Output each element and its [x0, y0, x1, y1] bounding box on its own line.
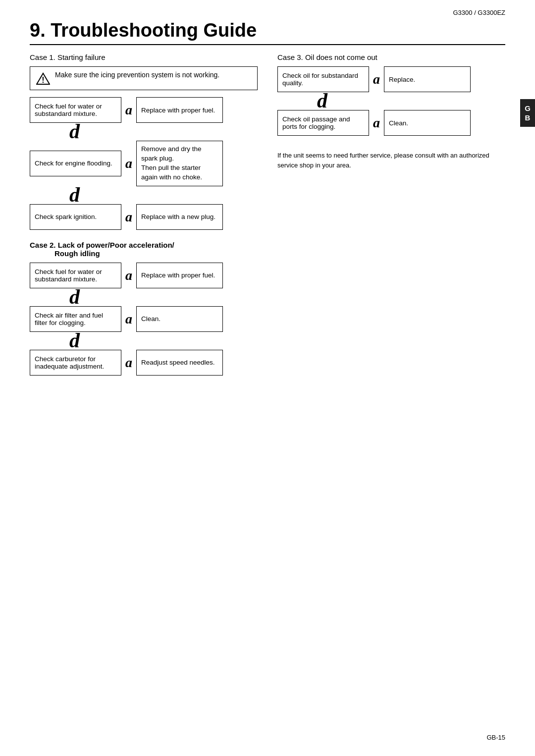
action-box: Readjust speed needles.: [136, 350, 223, 376]
arrow-label: a: [369, 71, 384, 87]
action-box: Replace with proper fuel.: [136, 263, 223, 288]
case1-row3: Check spark ignition. a Replace with a n…: [30, 204, 258, 230]
action-box: Replace.: [384, 66, 471, 92]
warning-icon: !: [36, 72, 50, 86]
down-label: d: [69, 184, 258, 205]
action-box: Clean.: [136, 306, 223, 332]
model-number: G3300 / G3300EZ: [453, 9, 505, 16]
check-box: Check for engine flooding.: [30, 151, 121, 176]
gb-b-label: B: [525, 113, 531, 122]
case3-row2: Check oil passage and ports for clogging…: [277, 110, 505, 136]
arrow-label: a: [121, 102, 136, 118]
action-box: Remove and dry the spark plug.Then pull …: [136, 141, 223, 186]
case3-section: Case 3. Oil does not come out Check oil …: [277, 53, 505, 136]
case2-row1: Check fuel for water or substandard mixt…: [30, 263, 258, 307]
check-box: Check oil passage and ports for clogging…: [277, 110, 369, 136]
check-box: Check spark ignition.: [30, 204, 121, 230]
case2-row2: Check air filter and fuel filter for clo…: [30, 306, 258, 351]
check-box: Check air filter and fuel filter for clo…: [30, 306, 121, 332]
check-box: Check carburetor for inadequate adjustme…: [30, 350, 121, 376]
case3-title: Case 3. Oil does not come out: [277, 53, 505, 61]
right-column: Case 3. Oil does not come out Check oil …: [277, 53, 505, 384]
case1-title: Case 1. Starting failure: [30, 53, 258, 61]
check-box: Check fuel for water or substandard mixt…: [30, 97, 121, 123]
action-box: Clean.: [384, 110, 471, 136]
arrow-label: a: [121, 311, 136, 327]
arrow-label: a: [121, 156, 136, 171]
down-label: d: [69, 330, 258, 351]
page-number: GB-15: [486, 734, 505, 741]
case2-title: Case 2. Lack of power/Poor acceleration/…: [30, 241, 258, 258]
footer-text: If the unit seems to need further servic…: [277, 151, 505, 170]
warning-box: ! Make sure the icing prevention system …: [30, 66, 258, 90]
svg-text:!: !: [42, 76, 44, 84]
case3-row1: Check oil for substandard quality. a Rep…: [277, 66, 505, 111]
arrow-label: a: [121, 209, 136, 225]
case2-section: Case 2. Lack of power/Poor acceleration/…: [30, 241, 258, 376]
left-column: Case 1. Starting failure ! Make sure the…: [30, 53, 258, 384]
case1-row1: Check fuel for water or substandard mixt…: [30, 97, 258, 142]
warning-text: Make sure the icing prevention system is…: [55, 71, 219, 79]
down-label: d: [317, 90, 505, 111]
case2-row3: Check carburetor for inadequate adjustme…: [30, 350, 258, 376]
check-box: Check oil for substandard quality.: [277, 66, 369, 92]
action-box: Replace with proper fuel.: [136, 97, 223, 123]
case1-section: Case 1. Starting failure ! Make sure the…: [30, 53, 258, 230]
case1-row2: Check for engine flooding. a Remove and …: [30, 141, 258, 205]
gb-tab: G B: [520, 99, 535, 127]
arrow-label: a: [369, 115, 384, 131]
action-box: Replace with a new plug.: [136, 204, 223, 230]
gb-g-label: G: [525, 104, 531, 112]
down-label: d: [69, 121, 258, 142]
down-label: d: [69, 286, 258, 307]
page-title: 9. Troubleshooting Guide: [30, 20, 505, 45]
arrow-label: a: [121, 268, 136, 283]
arrow-label: a: [121, 355, 136, 371]
check-box: Check fuel for water or substandard mixt…: [30, 263, 121, 288]
